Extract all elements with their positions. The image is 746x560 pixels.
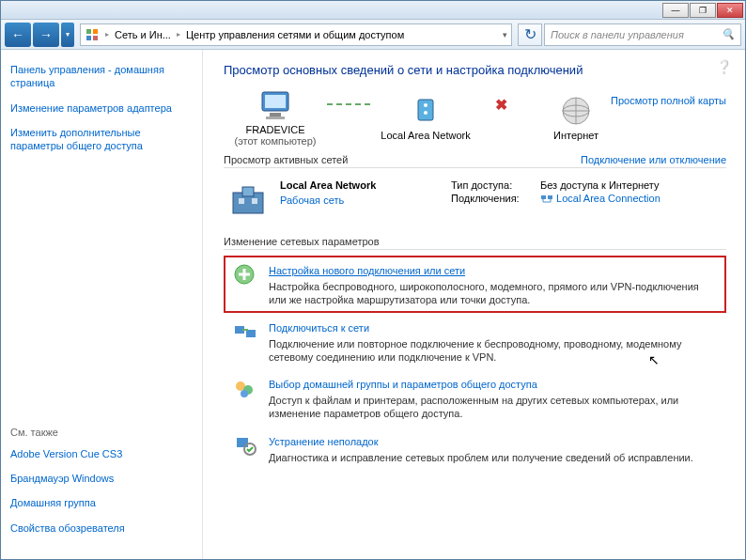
svg-rect-8 — [418, 100, 433, 120]
connections-label: Подключения: — [451, 193, 540, 205]
map-node-network: Local Area Network — [374, 94, 477, 141]
task-description: Доступ к файлам и принтерам, расположенн… — [269, 394, 719, 421]
task-description: Настройка беспроводного, широкополосного… — [269, 280, 719, 307]
navbar: ← → ▾ ▸ Сеть и Ин... ▸ Центр управления … — [1, 20, 745, 50]
sidebar-firewall-link[interactable]: Брандмауэр Windows — [10, 472, 193, 485]
arrow-right-icon: → — [39, 27, 53, 42]
connection-line-icon — [327, 103, 374, 105]
change-settings-header: Изменение сетевых параметров — [224, 236, 726, 250]
full-map-link[interactable]: Просмотр полной карты — [611, 95, 726, 106]
sidebar-homegroup-link[interactable]: Домашняя группа — [10, 496, 193, 509]
tasks-list: Настройка нового подключения или сети На… — [224, 256, 726, 470]
sidebar: Панель управления - домашняя страница Из… — [1, 50, 203, 559]
search-input[interactable]: Поиск в панели управления🔍 — [544, 23, 741, 46]
task-link[interactable]: Настройка нового подключения или сети — [269, 265, 465, 276]
svg-rect-7 — [266, 117, 285, 119]
connect-network-icon — [231, 319, 257, 345]
svg-rect-16 — [242, 187, 254, 196]
globe-icon — [557, 94, 595, 128]
svg-rect-15 — [252, 198, 257, 204]
task-troubleshoot[interactable]: Устранение неполадок Диагностика и испра… — [224, 427, 726, 470]
task-link[interactable]: Устранение неполадок — [269, 436, 379, 447]
network-type-link[interactable]: Рабочая сеть — [280, 194, 344, 206]
svg-point-24 — [241, 390, 248, 397]
sidebar-internet-options-link[interactable]: Свойства обозревателя — [10, 521, 193, 535]
sidebar-adapter-link[interactable]: Изменение параметров адаптера — [10, 101, 193, 115]
breadcrumb-network[interactable]: Сеть и Ин... — [115, 29, 171, 40]
sidebar-sharing-link[interactable]: Изменить дополнительные параметры общего… — [10, 126, 193, 153]
chevron-right-icon: ▸ — [105, 30, 109, 39]
work-network-icon — [227, 179, 269, 221]
main-panel: ❔ Просмотр основных сведений о сети и на… — [203, 50, 745, 559]
svg-rect-2 — [86, 36, 91, 40]
refresh-icon: ↻ — [524, 25, 536, 43]
task-link[interactable]: Подключиться к сети — [269, 322, 369, 334]
sidebar-home-link[interactable]: Панель управления - домашняя страница — [10, 63, 193, 90]
svg-rect-18 — [548, 195, 552, 199]
forward-button[interactable]: → — [33, 23, 59, 47]
map-node-computer: FRADEVICE (этот компьютер) — [224, 88, 327, 147]
connection-failed-icon: ✖ — [477, 103, 524, 105]
chevron-right-icon: ▸ — [177, 30, 180, 39]
chevron-down-icon: ▾ — [66, 30, 70, 39]
arrow-left-icon: ← — [11, 27, 24, 42]
task-description: Диагностика и исправление сетевых пробле… — [269, 451, 719, 464]
new-connection-icon — [231, 261, 257, 288]
troubleshoot-icon — [231, 432, 257, 459]
network-hub-icon — [407, 94, 444, 128]
content-body: Панель управления - домашняя страница Из… — [1, 50, 745, 559]
svg-rect-0 — [86, 29, 91, 34]
svg-rect-1 — [93, 29, 98, 34]
back-button[interactable]: ← — [5, 23, 31, 47]
access-type-value: Без доступа к Интернету — [540, 179, 723, 191]
nav-history-dropdown[interactable]: ▾ — [61, 23, 74, 47]
control-panel-icon — [85, 27, 100, 42]
task-connect-network[interactable]: Подключиться к сети Подключение или повт… — [224, 313, 726, 370]
task-homegroup[interactable]: Выбор домашней группы и параметров общег… — [224, 369, 726, 427]
help-icon[interactable]: ❔ — [716, 59, 732, 74]
network-name: Local Area Network — [280, 179, 440, 191]
svg-rect-14 — [239, 198, 244, 204]
address-bar[interactable]: ▸ Сеть и Ин... ▸ Центр управления сетями… — [80, 23, 512, 46]
minimize-button[interactable]: — — [662, 3, 689, 18]
breadcrumb-sharing-center[interactable]: Центр управления сетями и общим доступом — [186, 29, 404, 40]
close-button[interactable]: ✕ — [717, 3, 743, 18]
svg-rect-21 — [246, 330, 256, 337]
chevron-down-icon[interactable]: ▾ — [503, 30, 507, 39]
window-titlebar: — ❐ ✕ — [1, 1, 745, 20]
svg-rect-3 — [93, 36, 98, 40]
access-type-label: Тип доступа: — [451, 179, 540, 191]
svg-point-10 — [424, 111, 427, 115]
task-new-connection[interactable]: Настройка нового подключения или сети На… — [224, 256, 726, 313]
active-networks-header: Просмотр активных сетей Подключение или … — [224, 154, 726, 168]
sidebar-see-also-header: См. также — [10, 427, 193, 438]
active-network-item: Local Area Network Рабочая сеть Тип дост… — [224, 172, 726, 228]
control-panel-window: — ❐ ✕ ← → ▾ ▸ Сеть и Ин... ▸ Центр управ… — [0, 0, 746, 560]
connection-link[interactable]: Local Area Connection — [556, 193, 661, 204]
connect-disconnect-link[interactable]: Подключение или отключение — [581, 154, 726, 165]
svg-rect-5 — [265, 95, 286, 108]
maximize-button[interactable]: ❐ — [690, 3, 716, 18]
page-title: Просмотр основных сведений о сети и наст… — [224, 63, 726, 77]
svg-rect-6 — [270, 113, 281, 117]
sidebar-adobe-link[interactable]: Adobe Version Cue CS3 — [10, 447, 193, 460]
homegroup-icon — [231, 375, 257, 401]
task-link[interactable]: Выбор домашней группы и параметров общег… — [269, 379, 537, 390]
svg-point-9 — [424, 103, 427, 107]
search-icon: 🔍 — [722, 28, 735, 40]
refresh-button[interactable]: ↻ — [518, 23, 542, 46]
lan-icon — [540, 194, 553, 205]
task-description: Подключение или повторное подключение к … — [269, 337, 719, 365]
computer-icon — [256, 88, 294, 122]
svg-rect-17 — [541, 195, 546, 199]
